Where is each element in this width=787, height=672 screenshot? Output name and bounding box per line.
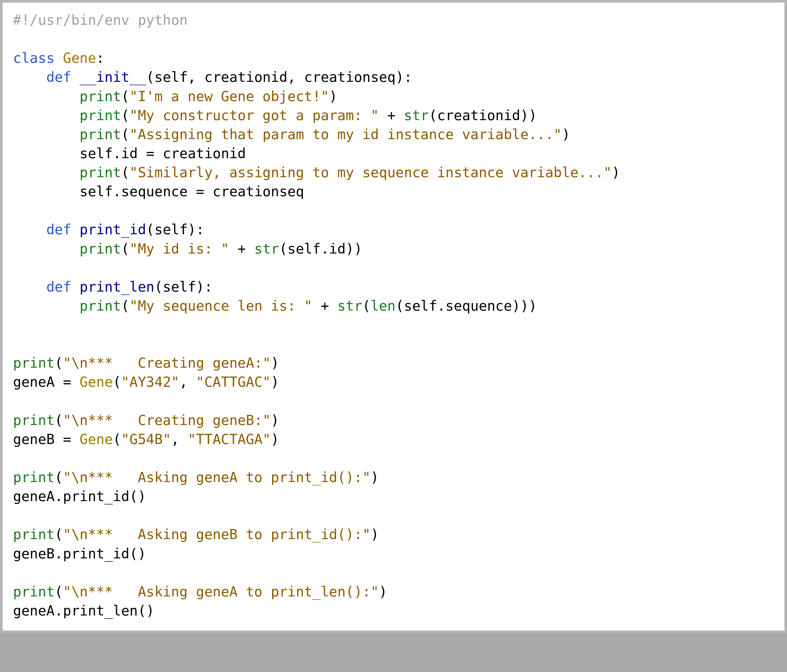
code-token: print — [13, 355, 55, 371]
code-token: def — [46, 221, 71, 237]
code-token: ): — [196, 279, 213, 295]
code-token: ( — [121, 89, 130, 104]
code-token: self — [155, 69, 188, 85]
code-token: ): — [395, 69, 412, 85]
code-token: ( — [113, 374, 121, 390]
code-token: : — [96, 50, 104, 66]
code-token: print — [13, 469, 55, 485]
code-token — [71, 279, 79, 295]
code-token: "\n*** Asking geneA to print_len():" — [63, 583, 379, 599]
code-token: id — [121, 145, 138, 161]
code-token: ( — [121, 164, 130, 180]
code-token: ( — [146, 69, 155, 85]
code-token: , — [179, 374, 196, 390]
code-token: print_id — [63, 488, 129, 504]
code-token: self — [163, 279, 196, 295]
code-token — [13, 279, 46, 295]
code-token: "\n*** Creating geneA:" — [63, 355, 271, 371]
code-token: self — [404, 298, 437, 314]
code-token: ( — [55, 412, 63, 428]
code-token: ) — [271, 431, 279, 447]
code-token: "AY342" — [121, 374, 179, 390]
code-token — [13, 89, 79, 104]
code-token: creationseq — [213, 183, 304, 199]
code-token: self — [79, 145, 113, 161]
code-token: geneA — [13, 488, 55, 504]
code-token: print — [13, 583, 55, 599]
code-token: "G54B" — [121, 431, 171, 447]
code-token: geneA — [13, 374, 55, 390]
code-token: ( — [55, 527, 63, 542]
code-token: "\n*** Asking geneA to print_id():" — [63, 469, 371, 485]
code-token: geneA — [13, 603, 55, 618]
code-token: ( — [429, 108, 437, 123]
code-token: () — [130, 546, 146, 561]
code-token: )) — [346, 241, 362, 257]
code-token: ) — [379, 583, 387, 599]
code-token — [13, 221, 46, 237]
code-token: ) — [371, 469, 379, 485]
code-token: = — [188, 183, 213, 199]
code-token: print — [13, 412, 55, 428]
code-token — [71, 69, 79, 85]
code-token: + — [313, 298, 337, 314]
code-token: self — [288, 241, 321, 257]
code-token: = — [55, 431, 80, 447]
code-token: . — [437, 298, 446, 314]
code-token — [13, 183, 79, 199]
code-token: #!/usr/bin/env python — [13, 12, 188, 28]
code-token: "TTACTAGA" — [188, 431, 271, 447]
code-token: id — [329, 241, 346, 257]
code-token: geneB — [13, 546, 55, 561]
code-token: . — [55, 546, 63, 561]
code-token: ) — [562, 126, 570, 142]
code-token: sequence — [121, 183, 188, 199]
code-token: print — [79, 89, 121, 104]
code-token: Gene — [63, 50, 96, 66]
code-token: "My constructor got a param: " — [130, 108, 379, 123]
code-token: creationid — [437, 108, 520, 123]
code-token: def — [46, 69, 71, 85]
code-token: "My sequence len is: " — [130, 298, 313, 314]
code-token: ) — [329, 89, 337, 104]
code-token: . — [321, 241, 329, 257]
code-token: def — [46, 279, 71, 295]
code-token: "CATTGAC" — [196, 374, 271, 390]
code-token: "\n*** Creating geneB:" — [63, 412, 271, 428]
code-token: str — [254, 241, 279, 257]
code-token: sequence — [446, 298, 512, 314]
code-token: print_len — [79, 279, 154, 295]
code-token: str — [404, 108, 429, 123]
code-token: print — [79, 108, 121, 123]
code-token: ( — [55, 583, 63, 599]
code-token: )) — [520, 108, 537, 123]
code-token: Gene — [79, 374, 113, 390]
code-token — [13, 145, 79, 161]
code-token: "Similarly, assigning to my sequence ins… — [130, 164, 612, 180]
code-token — [13, 108, 79, 123]
code-token: ( — [362, 298, 371, 314]
code-token: ( — [146, 221, 155, 237]
code-token — [71, 221, 79, 237]
code-token: creationseq — [304, 69, 395, 85]
code-token: print_len — [63, 603, 137, 618]
code-token — [13, 164, 79, 180]
code-token: + — [229, 241, 254, 257]
code-token: ( — [121, 108, 130, 123]
code-token: print_id — [79, 221, 146, 237]
code-token: . — [113, 145, 121, 161]
code-token: print — [13, 527, 55, 542]
code-token: ) — [271, 412, 279, 428]
code-token: = — [138, 145, 163, 161]
code-token: , — [171, 431, 188, 447]
code-token: "My id is: " — [130, 241, 229, 257]
code-token: print — [79, 241, 121, 257]
code-token: ( — [113, 431, 121, 447]
code-token: len — [371, 298, 395, 314]
code-token: () — [130, 488, 146, 504]
code-token — [13, 298, 79, 314]
python-source: #!/usr/bin/env python class Gene: def __… — [13, 10, 774, 620]
code-token: . — [55, 603, 63, 618]
code-token: . — [113, 183, 121, 199]
code-token: ) — [271, 374, 279, 390]
